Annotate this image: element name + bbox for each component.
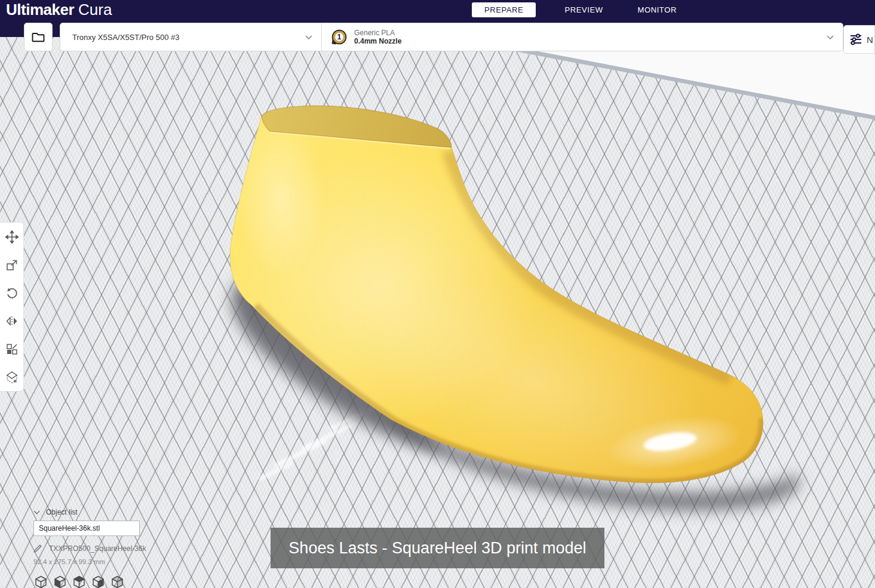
sliders-icon (849, 33, 862, 46)
chevron-down-icon (305, 35, 313, 40)
printer-selector[interactable]: Tronxy X5SA/X5ST/Pro 500 #3 (60, 23, 322, 51)
rotate-tool-button[interactable] (0, 279, 23, 307)
tab-preview[interactable]: PREVIEW (558, 2, 609, 17)
view-left-icon (92, 575, 105, 588)
chevron-down-icon (33, 510, 40, 515)
view-front-icon (54, 575, 66, 588)
material-info: Generic PLA 0.4mm Nozzle (354, 29, 826, 46)
material-selector[interactable]: 1 Generic PLA 0.4mm Nozzle (322, 23, 843, 51)
support-blocker-icon (5, 371, 19, 384)
per-model-settings-icon (5, 343, 19, 356)
tab-monitor[interactable]: MONITOR (632, 2, 683, 17)
rotate-icon (5, 287, 19, 300)
view-top-icon (73, 575, 85, 588)
view-3d-button[interactable] (35, 575, 47, 588)
scale-tool-button[interactable] (0, 251, 23, 279)
per-model-settings-button[interactable] (0, 335, 23, 363)
pencil-icon (33, 544, 42, 553)
object-list-panel: Object list TXXPRO500_SquareHeel-36k 92.… (33, 508, 146, 565)
app-logo: UltimakerCura (6, 0, 112, 19)
view-top-button[interactable] (73, 575, 85, 588)
model-name-label: TXXPRO500_SquareHeel-36k (49, 544, 146, 553)
model-name-row[interactable]: TXXPRO500_SquareHeel-36k (33, 544, 146, 553)
camera-view-buttons (35, 575, 124, 588)
view-right-button[interactable] (111, 575, 124, 588)
caption-text: Shoes Lasts - SquareHeel 3D print model (288, 539, 586, 558)
tab-prepare[interactable]: PREPARE (472, 2, 536, 17)
object-filename-input[interactable] (33, 521, 140, 536)
move-icon (5, 230, 19, 244)
watermark-caption: Shoes Lasts - SquareHeel 3D print model (271, 528, 604, 568)
print-settings-label: N (867, 35, 873, 45)
material-name: Generic PLA (354, 29, 826, 37)
printer-name: Tronxy X5SA/X5ST/Pro 500 #3 (72, 33, 305, 42)
3d-viewport[interactable] (0, 37, 875, 588)
print-settings-button[interactable]: N (843, 25, 875, 54)
move-tool-button[interactable] (0, 223, 23, 251)
scale-icon (5, 258, 19, 272)
view-3d-icon (35, 575, 47, 588)
view-front-button[interactable] (54, 575, 66, 588)
nozzle-size: 0.4mm Nozzle (354, 37, 826, 46)
extruder-icon: 1 (330, 28, 348, 46)
configuration-bar: Tronxy X5SA/X5ST/Pro 500 #3 1 Generic PL… (60, 23, 843, 51)
logo-product: Cura (78, 1, 112, 19)
view-right-icon (111, 575, 124, 588)
support-blocker-button[interactable] (0, 363, 23, 391)
logo-brand: Ultimaker (6, 1, 74, 19)
mirror-tool-button[interactable] (0, 307, 23, 335)
open-file-button[interactable] (24, 23, 53, 51)
tool-sidebar (0, 222, 24, 392)
chevron-down-icon (826, 35, 834, 40)
folder-icon (31, 30, 45, 44)
view-left-button[interactable] (92, 575, 105, 588)
model-dimensions: 92.4 x 275.7 x 99.3 mm (33, 558, 146, 565)
stage-tabs: PREPARE PREVIEW MONITOR (472, 2, 683, 17)
object-list-header[interactable]: Object list (33, 508, 146, 516)
object-list-title: Object list (46, 508, 78, 516)
mirror-icon (5, 315, 19, 328)
svg-text:1: 1 (337, 33, 342, 41)
